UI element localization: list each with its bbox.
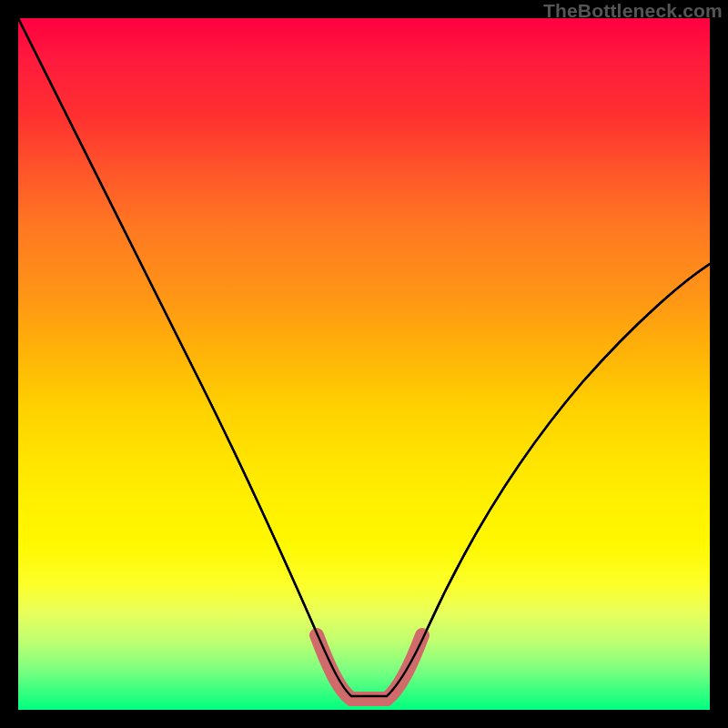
watermark-text: TheBottleneck.com — [543, 0, 723, 22]
bottleneck-curve-overlay — [18, 18, 710, 696]
plot-area — [18, 18, 710, 710]
chart-frame: TheBottleneck.com — [0, 0, 728, 728]
curve-layer — [18, 18, 710, 710]
